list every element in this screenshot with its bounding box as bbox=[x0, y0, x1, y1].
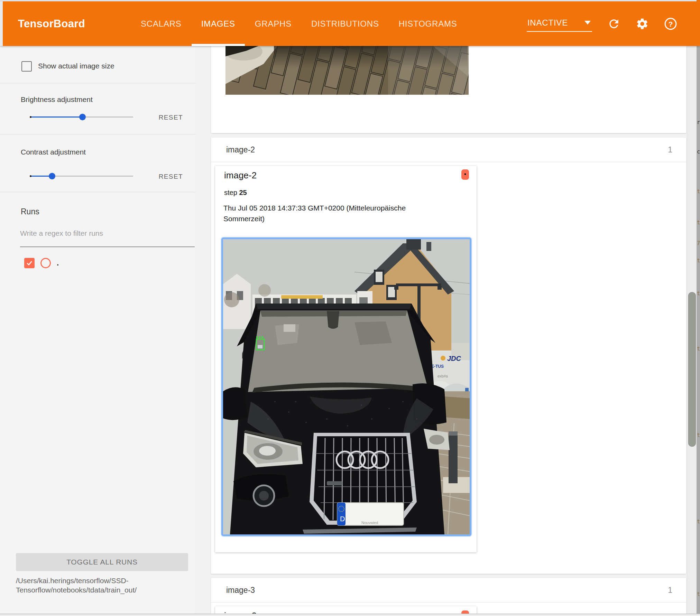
divider bbox=[0, 192, 195, 192]
divider bbox=[211, 602, 686, 603]
slider-fill bbox=[30, 116, 83, 118]
license-plate: D Nouvwied bbox=[337, 503, 404, 525]
gear-icon[interactable] bbox=[636, 17, 649, 30]
brightness-label: Brightness adjustment bbox=[21, 95, 93, 104]
wall-time: Thu Jul 05 2018 14:37:33 GMT+0200 (Mitte… bbox=[223, 203, 434, 224]
windshield-sticker bbox=[284, 324, 295, 332]
toggle-all-runs-button[interactable]: TOGGLE ALL RUNS bbox=[16, 553, 188, 571]
quattro-badge bbox=[327, 481, 342, 485]
svg-text:D: D bbox=[340, 515, 345, 523]
refresh-icon[interactable] bbox=[607, 17, 620, 30]
sidebar: Show actual image size Brightness adjust… bbox=[0, 46, 195, 616]
run-color-swatch[interactable] bbox=[40, 258, 51, 268]
appbar-actions: INACTIVE ? bbox=[527, 1, 677, 46]
left-mirror bbox=[223, 387, 247, 420]
runs-title: Runs bbox=[21, 207, 39, 216]
audi-photo: JDC E-TUS exb#a bbox=[223, 239, 470, 534]
section-count-badge: 1 bbox=[668, 578, 672, 602]
tab-images[interactable]: IMAGES bbox=[201, 1, 235, 46]
tensorboard-appbar: TensorBoard SCALARS IMAGES GRAPHS DISTRI… bbox=[0, 1, 700, 46]
window-bottom-pad bbox=[0, 614, 700, 616]
images-dashboard: image-2 1 image-2 . step 25 Thu Jul 05 2… bbox=[195, 46, 687, 616]
roofline bbox=[256, 304, 412, 309]
image-card-title: image-2 bbox=[224, 170, 257, 181]
brightness-reset-button[interactable]: RESET bbox=[159, 114, 183, 121]
slider-start-tick bbox=[30, 175, 31, 177]
bare-tree bbox=[224, 292, 239, 307]
pavement-photo bbox=[225, 46, 469, 95]
scrollbar-thumb[interactable] bbox=[688, 292, 696, 447]
svg-text:?: ? bbox=[669, 20, 673, 28]
image-section-image-2: image-2 1 image-2 . step 25 Thu Jul 05 2… bbox=[211, 138, 686, 574]
audi-q5: D Nouvwied bbox=[223, 304, 450, 534]
section-header[interactable]: image-2 1 bbox=[211, 138, 686, 162]
runs-filter-input[interactable]: Write a regex to filter runs bbox=[20, 229, 195, 237]
status-dropdown[interactable]: INACTIVE bbox=[527, 16, 592, 32]
tab-histograms[interactable]: HISTOGRAMS bbox=[399, 1, 457, 46]
dashboard-tabs: SCALARS IMAGES GRAPHS DISTRIBUTIONS HIST… bbox=[141, 1, 457, 46]
contrast-slider[interactable] bbox=[30, 173, 133, 179]
yellow-awning bbox=[281, 295, 323, 299]
run-list-item: . bbox=[24, 258, 59, 269]
rearview-mirror bbox=[327, 311, 339, 329]
svg-text:E-TUS: E-TUS bbox=[431, 364, 444, 369]
divider bbox=[0, 134, 195, 134]
brightness-slider-thumb[interactable] bbox=[79, 114, 86, 120]
step-readout: step 25 bbox=[224, 189, 247, 197]
run-name-label: . bbox=[57, 259, 59, 268]
divider bbox=[211, 162, 686, 162]
run-checkbox[interactable] bbox=[24, 258, 35, 268]
contrast-slider-thumb[interactable] bbox=[49, 173, 55, 179]
status-dropdown-value: INACTIVE bbox=[527, 18, 568, 28]
show-actual-size-label: Show actual image size bbox=[38, 62, 114, 70]
section-header[interactable]: image-3 1 bbox=[211, 578, 686, 602]
section-tag-name: image-3 bbox=[226, 578, 255, 602]
step-value: 25 bbox=[239, 189, 247, 196]
chimney bbox=[406, 239, 421, 250]
run-indicator-chip[interactable]: . bbox=[461, 169, 469, 180]
contrast-reset-button[interactable]: RESET bbox=[159, 173, 183, 180]
sample-image-selected[interactable]: JDC E-TUS exb#a bbox=[221, 237, 471, 536]
runs-filter-underline bbox=[20, 246, 195, 247]
chevron-down-icon bbox=[584, 21, 591, 25]
section-tag-name: image-2 bbox=[226, 138, 255, 162]
svg-text:exb#a: exb#a bbox=[438, 374, 448, 378]
image-section-image-3: image-3 1 image-3 . bbox=[211, 578, 686, 616]
app-title: TensorBoard bbox=[18, 1, 85, 46]
contrast-label: Contrast adjustment bbox=[21, 148, 86, 156]
help-icon[interactable]: ? bbox=[664, 17, 677, 30]
slider-start-tick bbox=[30, 116, 31, 118]
brightness-slider[interactable] bbox=[30, 114, 133, 120]
jdc-sign: JDC bbox=[447, 355, 461, 362]
tab-graphs[interactable]: GRAPHS bbox=[255, 1, 292, 46]
log-directory-path: /Users/kai.herings/tensorflow/SSD-Tensor… bbox=[16, 576, 189, 595]
image-section-partial bbox=[211, 46, 686, 133]
run-indicator-label: . bbox=[464, 166, 467, 177]
bollard bbox=[449, 431, 458, 483]
background-window-sliver: r c t t 7 t t t t t t bbox=[697, 46, 700, 616]
appbar-left-gutter bbox=[0, 1, 3, 46]
section-count-badge: 1 bbox=[668, 138, 672, 162]
tab-scalars[interactable]: SCALARS bbox=[141, 1, 182, 46]
dealer-text: Nouvwied bbox=[361, 521, 378, 525]
image-card-image-2: image-2 . step 25 Thu Jul 05 2018 14:37:… bbox=[215, 166, 477, 552]
show-actual-size-checkbox[interactable] bbox=[21, 61, 32, 72]
divider bbox=[0, 83, 195, 83]
tab-distributions[interactable]: DISTRIBUTIONS bbox=[311, 1, 379, 46]
